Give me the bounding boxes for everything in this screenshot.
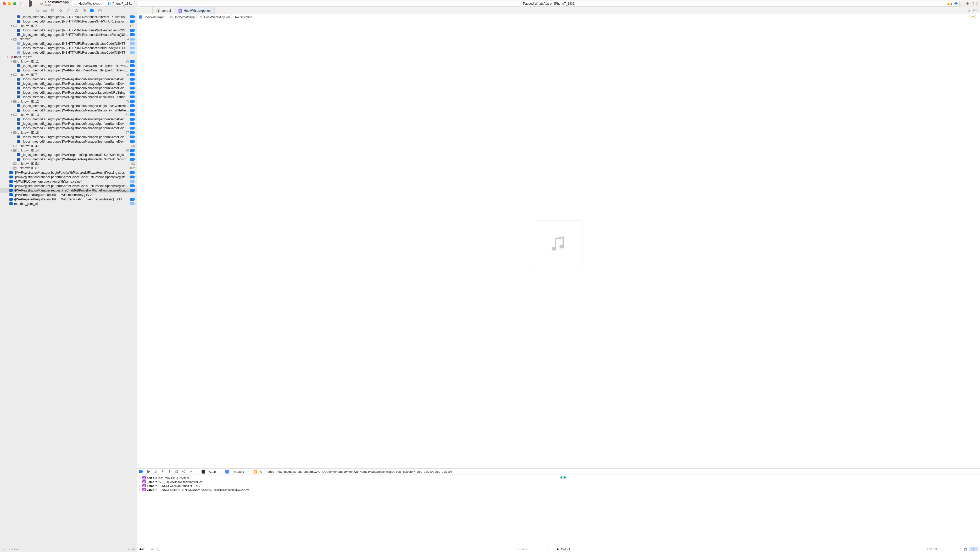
breakpoint-row[interactable]: _logos_method$_ungrouped$WARegistrationM…: [0, 81, 137, 86]
jump-bar[interactable]: HookWhatsApp 〉 HookWhatsApp 〉 m HookWhat…: [137, 14, 980, 20]
debug-view-hierarchy-button[interactable]: [175, 470, 178, 474]
breakpoint-enable-toggle[interactable]: [130, 38, 135, 41]
jump-prev-issue[interactable]: 〈: [968, 15, 971, 19]
debug-pane-toggle[interactable]: ▯ ▯: [969, 547, 978, 551]
breakpoint-row[interactable]: -[WARegistrationManager performSameDevic…: [0, 175, 137, 179]
breakpoint-enable-toggle[interactable]: [130, 51, 135, 54]
breakpoint-row[interactable]: unknown ID 18 57: [0, 130, 137, 135]
breakpoint-row[interactable]: _logos_method$_ungrouped$WARegistrationM…: [0, 77, 137, 81]
report-navigator-tab[interactable]: [98, 9, 102, 13]
debug-navigator-tab[interactable]: [82, 9, 86, 13]
breakpoint-row[interactable]: unknown 134: [0, 37, 137, 41]
breakpoint-enable-toggle[interactable]: [130, 16, 135, 18]
add-button[interactable]: ＋: [2, 547, 6, 551]
breakpoint-enable-toggle[interactable]: [130, 127, 135, 130]
minimize-window-button[interactable]: [8, 2, 11, 5]
breakpoint-enable-toggle[interactable]: [130, 202, 135, 205]
variable-row[interactable]: ▸Avalue = (__NSCFString *) "vIYFO6ONGyPd…: [139, 488, 557, 492]
disclosure-triangle[interactable]: [10, 149, 13, 152]
breakpoint-row[interactable]: _logos_method$_ungrouped$WARegistrationM…: [0, 108, 137, 113]
breakpoint-enable-toggle[interactable]: [130, 180, 135, 183]
test-navigator-tab[interactable]: [74, 9, 78, 13]
breakpoint-enable-toggle[interactable]: [130, 42, 135, 45]
breakpoint-row[interactable]: -[WAPreparedRegistrationURL urlWithToken…: [0, 192, 137, 197]
disclosure-triangle[interactable]: [10, 73, 13, 76]
variable-row[interactable]: Aself = (Class) WAURLQueryItem: [139, 476, 557, 480]
console-filter[interactable]: Filter: [928, 547, 961, 551]
thread-name[interactable]: Thread 1: [232, 470, 244, 473]
debug-memory-graph-button[interactable]: [181, 470, 186, 474]
disclosure-triangle[interactable]: [10, 24, 13, 27]
breakpoint-enable-toggle[interactable]: [130, 87, 135, 89]
close-window-button[interactable]: [3, 2, 6, 5]
jump-next-issue[interactable]: 〉: [975, 15, 978, 19]
breakpoint-enable-toggle[interactable]: [130, 78, 135, 81]
breakpoint-enable-toggle[interactable]: [130, 29, 135, 32]
related-items-button[interactable]: [137, 9, 142, 13]
add-editor-button[interactable]: [965, 2, 969, 6]
environment-overrides-button[interactable]: [189, 470, 192, 474]
breakpoint-row[interactable]: _logos_method$_ungrouped$WAPhoneInputVie…: [0, 63, 137, 68]
breakpoint-enable-toggle[interactable]: [130, 149, 135, 152]
clear-console-button[interactable]: [964, 547, 967, 551]
disclosure-triangle[interactable]: [10, 38, 13, 41]
frame-label[interactable]: _logos_meta_method$_ungrouped$WAURLQuery…: [265, 470, 452, 473]
breakpoint-row[interactable]: unknown ID 12 45: [0, 99, 137, 104]
console-output-selector[interactable]: All Output ⌄: [557, 547, 573, 551]
source-control-navigator-tab[interactable]: [43, 9, 47, 13]
symbol-navigator-tab[interactable]: [51, 9, 55, 13]
breakpoint-row[interactable]: _logos_method$_ungrouped$WAPreparedRegis…: [0, 157, 137, 162]
breakpoint-row[interactable]: _logos_method$_ungrouped$WARegistrationM…: [0, 117, 137, 121]
breakpoint-enable-toggle[interactable]: [130, 118, 135, 121]
breakpoint-row[interactable]: _logos_method$_ungrouped$WARegistrationM…: [0, 86, 137, 90]
breakpoint-row[interactable]: _logos_method$_ungrouped$WARegistrationM…: [0, 126, 137, 130]
issues-badge[interactable]: 6: [947, 2, 958, 5]
breakpoint-row[interactable]: _logos_method$_ungrouped$WARegistrationM…: [0, 135, 137, 139]
disclosure-triangle[interactable]: [10, 131, 13, 134]
breakpoint-row[interactable]: unknown ID 5.1 93: [0, 162, 137, 166]
disclosure-triangle[interactable]: [6, 56, 9, 58]
quicklook-button[interactable]: [151, 547, 155, 551]
breakpoint-enable-toggle[interactable]: [130, 122, 135, 125]
breakpoint-enable-toggle[interactable]: [130, 153, 135, 156]
breakpoint-row[interactable]: unknown ID 4.1 85: [0, 144, 137, 148]
history-forward-button[interactable]: 〉: [147, 8, 150, 13]
editor-tab[interactable]: ▮control: [153, 7, 175, 14]
crumb-group[interactable]: HookWhatsApp: [170, 16, 195, 19]
history-back-button[interactable]: 〈: [143, 8, 146, 13]
breakpoint-row[interactable]: -[WARegistrationManager requestPreChatdA…: [0, 188, 137, 192]
breakpoint-enable-toggle[interactable]: [130, 113, 135, 116]
breakpoint-enable-toggle[interactable]: [130, 176, 135, 178]
breakpoint-enable-toggle[interactable]: [130, 64, 135, 67]
breakpoint-row[interactable]: hook_reg.xm: [0, 55, 137, 59]
breakpoint-navigator-tab[interactable]: [90, 9, 94, 13]
navigator-filter-input[interactable]: [12, 547, 126, 551]
breakpoint-enable-toggle[interactable]: [130, 109, 135, 112]
print-description-button[interactable]: i: [157, 547, 161, 551]
breakpoint-enable-toggle[interactable]: [130, 82, 135, 85]
breakpoint-row[interactable]: _logos_method$_ungrouped$WARegistrationM…: [0, 121, 137, 126]
breakpoint-enable-toggle[interactable]: [130, 140, 135, 143]
disclosure-triangle[interactable]: ▸: [139, 489, 142, 491]
disclosure-triangle[interactable]: ▸: [139, 484, 142, 487]
breakpoint-row[interactable]: _logos_method$_ungrouped$WARegistrationM…: [0, 90, 137, 95]
variables-scope-selector[interactable]: Auto ⌄: [139, 547, 149, 551]
breakpoint-enable-toggle[interactable]: [130, 158, 135, 161]
variable-row[interactable]: A_cmd = (SEL) "queryItemWithName:value:": [139, 480, 557, 484]
breakpoint-row[interactable]: _logos_method$_ungrouped$NSHTTPURLRespon…: [0, 32, 137, 37]
breakpoint-row[interactable]: mbedtls_gcm_init: [0, 201, 137, 206]
step-out-button[interactable]: [167, 470, 172, 474]
breakpoint-row[interactable]: unknown ID 14 90: [0, 148, 137, 152]
breakpoint-row[interactable]: unknown ID 6.1 102: [0, 166, 137, 170]
run-button[interactable]: [29, 1, 32, 6]
variables-view[interactable]: Aself = (Class) WAURLQueryItemA_cmd = (S…: [137, 475, 558, 546]
console-view[interactable]: (lldb): [558, 475, 980, 546]
process-name[interactable]: W…p: [208, 470, 216, 473]
navigator-toggle-icon[interactable]: [20, 2, 24, 6]
editor-swap-icon[interactable]: [967, 9, 970, 13]
breakpoint-row[interactable]: unknown ID 7 40: [0, 73, 137, 77]
breakpoint-row[interactable]: +[WAURLQueryItem queryItemWithName:value…: [0, 179, 137, 184]
breakpoint-row[interactable]: _logos_method$_ungrouped$NSHTTPURLRespon…: [0, 28, 137, 32]
breakpoint-tree[interactable]: _logos_method$_ungrouped$NSHTTPURLRespon…: [0, 14, 137, 546]
crumb-file[interactable]: m HookWhatsApp.xm: [200, 16, 230, 19]
